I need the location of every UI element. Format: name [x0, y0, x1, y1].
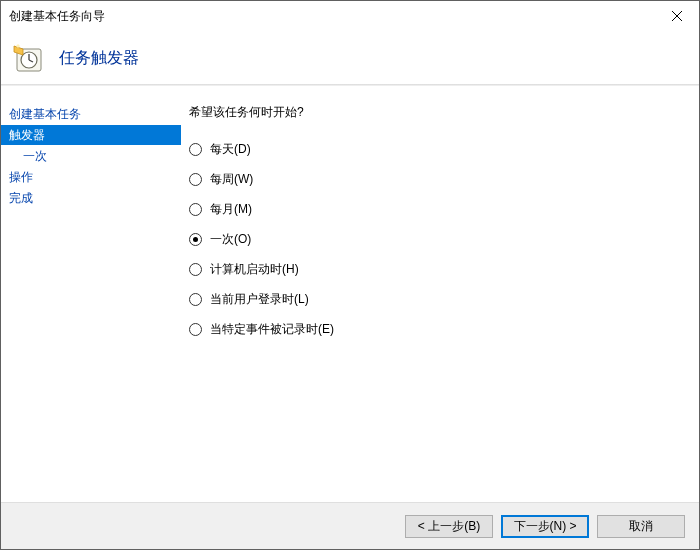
- radio-icon: [189, 233, 202, 246]
- trigger-option-label: 每月(M): [210, 201, 252, 218]
- nav-item-label: 触发器: [9, 128, 45, 142]
- page-title: 任务触发器: [59, 48, 139, 69]
- trigger-option[interactable]: 一次(O): [189, 229, 699, 249]
- trigger-option[interactable]: 当前用户登录时(L): [189, 289, 699, 309]
- nav-item[interactable]: 一次: [1, 146, 181, 166]
- trigger-option-label: 一次(O): [210, 231, 251, 248]
- nav-item-label: 操作: [9, 170, 33, 184]
- trigger-option[interactable]: 每周(W): [189, 169, 699, 189]
- next-button[interactable]: 下一步(N) >: [501, 515, 589, 538]
- trigger-prompt: 希望该任务何时开始?: [189, 104, 699, 121]
- radio-icon: [189, 143, 202, 156]
- radio-icon: [189, 203, 202, 216]
- radio-icon: [189, 263, 202, 276]
- window-title: 创建基本任务向导: [9, 8, 105, 25]
- wizard-window: 创建基本任务向导 任务触发器 创建基本任务触发器一次操作完成: [0, 0, 700, 550]
- back-button[interactable]: < 上一步(B): [405, 515, 493, 538]
- close-icon: [672, 11, 682, 21]
- trigger-option-label: 当前用户登录时(L): [210, 291, 309, 308]
- trigger-option[interactable]: 每天(D): [189, 139, 699, 159]
- trigger-options: 每天(D)每周(W)每月(M)一次(O)计算机启动时(H)当前用户登录时(L)当…: [189, 139, 699, 339]
- nav-item-label: 一次: [23, 149, 47, 163]
- task-scheduler-icon: [13, 43, 45, 75]
- wizard-nav: 创建基本任务触发器一次操作完成: [1, 86, 181, 502]
- titlebar: 创建基本任务向导: [1, 1, 699, 31]
- cancel-button[interactable]: 取消: [597, 515, 685, 538]
- nav-item[interactable]: 完成: [1, 188, 181, 208]
- wizard-header: 任务触发器: [1, 31, 699, 86]
- trigger-option-label: 当特定事件被记录时(E): [210, 321, 334, 338]
- nav-item[interactable]: 触发器: [1, 125, 181, 145]
- radio-icon: [189, 323, 202, 336]
- wizard-content: 希望该任务何时开始? 每天(D)每周(W)每月(M)一次(O)计算机启动时(H)…: [181, 86, 699, 502]
- trigger-option[interactable]: 每月(M): [189, 199, 699, 219]
- trigger-option-label: 每天(D): [210, 141, 251, 158]
- nav-item[interactable]: 操作: [1, 167, 181, 187]
- button-bar: < 上一步(B) 下一步(N) > 取消: [1, 502, 699, 549]
- nav-item-label: 完成: [9, 191, 33, 205]
- trigger-option-label: 计算机启动时(H): [210, 261, 299, 278]
- close-button[interactable]: [654, 1, 699, 31]
- nav-item-label: 创建基本任务: [9, 107, 81, 121]
- radio-icon: [189, 293, 202, 306]
- trigger-option[interactable]: 当特定事件被记录时(E): [189, 319, 699, 339]
- wizard-body: 创建基本任务触发器一次操作完成 希望该任务何时开始? 每天(D)每周(W)每月(…: [1, 86, 699, 502]
- trigger-option[interactable]: 计算机启动时(H): [189, 259, 699, 279]
- nav-item[interactable]: 创建基本任务: [1, 104, 181, 124]
- radio-icon: [189, 173, 202, 186]
- trigger-option-label: 每周(W): [210, 171, 253, 188]
